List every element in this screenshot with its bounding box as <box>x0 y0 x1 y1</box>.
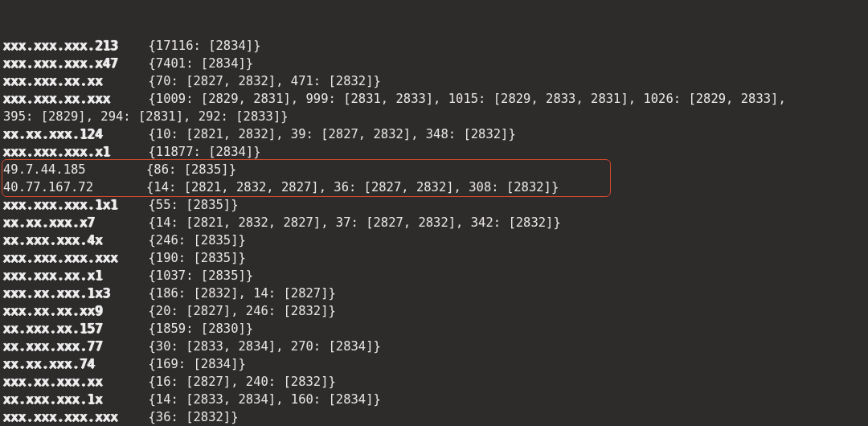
log-line: xx.xxx.xxx.77 {30: [2833, 2834], 270: [2… <box>3 338 865 355</box>
log-line: 395: [2829], 294: [2831], 292: [2833]} <box>3 108 865 125</box>
log-ip-redacted: xxx.xxx.xxx.x47 <box>3 55 126 72</box>
log-line: xx.xxx.xx.157 {1859: [2830]} <box>3 320 865 338</box>
log-payload: {246: [2835]} <box>149 233 246 248</box>
log-line: xxx.xxx.xx.xx {70: [2827, 2832], 471: [2… <box>3 72 865 90</box>
log-line: xx.xxx.xxx.4x {246: [2835]} <box>3 231 865 249</box>
log-payload: {14: [2833, 2834], 160: [2834]} <box>149 392 381 407</box>
log-line: xx.xx.xxx.x7 {14: [2821, 2832, 2827], 37… <box>3 214 865 231</box>
terminal-output: xxx.xxx.xxx.213 {17116: [2834]}xxx.xxx.x… <box>0 0 868 426</box>
log-ip: 49.7.44.185 <box>3 161 124 178</box>
log-line: xxx.xxx.xxx.1x1 {55: [2835]} <box>3 196 865 214</box>
log-line: xxx.xxx.xxx.x1 {11877: [2834]} <box>3 143 865 161</box>
log-line: xxx.xxx.xxx.x47 {7401: [2834]} <box>3 55 865 72</box>
log-ip-redacted: xx.xxx.xxx.77 <box>3 338 126 355</box>
log-line: xxx.xxx.xx.x1 {1037: [2835]} <box>3 267 865 285</box>
log-ip-redacted: xxx.xx.xx.xx9 <box>3 302 126 320</box>
log-payload: {1009: [2829, 2831], 999: [2831, 2833], … <box>149 92 786 106</box>
log-ip: 40.77.167.72 <box>3 178 124 196</box>
log-ip-redacted: xxx.xxx.xxx.xxx <box>3 408 126 426</box>
log-line: xxx.xxx.xxx.xxx {190: [2835]} <box>3 249 865 267</box>
log-payload: {70: [2827, 2832], 471: [2832]} <box>149 74 381 88</box>
log-lines: xxx.xxx.xxx.213 {17116: [2834]}xxx.xxx.x… <box>3 37 865 426</box>
log-ip-redacted: xxx.xxx.xx.xxx <box>3 90 126 108</box>
log-payload: 395: [2829], 294: [2831], 292: [2833]} <box>3 109 289 124</box>
log-line: xx.xxx.xxx.1x {14: [2833, 2834], 160: [2… <box>3 391 865 408</box>
log-ip-redacted: xx.xx.xxx.x7 <box>3 214 126 231</box>
log-payload: {190: [2835]} <box>149 251 246 265</box>
log-ip-redacted: xxx.xxx.xxx.x1 <box>3 143 126 161</box>
log-payload: {169: [2834]} <box>149 357 246 371</box>
log-payload: {17116: [2834]} <box>149 39 261 53</box>
log-line: 49.7.44.185 {86: [2835]} <box>3 161 865 178</box>
log-ip-redacted: xxx.xxx.xx.xx <box>3 72 126 90</box>
log-payload: {14: [2821, 2832, 2827], 37: [2827, 2832… <box>149 215 561 230</box>
log-line: xx.xx.xxx.124 {10: [2821, 2832], 39: [28… <box>3 125 865 143</box>
log-ip-redacted: xxx.xxx.xxx.1x1 <box>3 196 126 214</box>
log-ip-redacted: xx.xxx.xx.157 <box>3 320 126 338</box>
log-line: xxx.xxx.xxx.213 {17116: [2834]} <box>3 37 865 55</box>
log-line: xxx.xx.xxx.xx {16: [2827], 240: [2832]} <box>3 373 865 391</box>
log-payload: {36: [2832]} <box>149 410 239 424</box>
log-ip-redacted: xxx.xxx.xxx.xxx <box>3 249 126 267</box>
log-ip-redacted: xxx.xx.xxx.1x3 <box>3 285 126 302</box>
log-line: 40.77.167.72 {14: [2821, 2832, 2827], 36… <box>3 178 865 196</box>
log-payload: {1037: [2835]} <box>149 268 254 283</box>
log-ip-redacted: xxx.xxx.xx.x1 <box>3 267 126 285</box>
log-payload: {30: [2833, 2834], 270: [2834]} <box>149 339 381 354</box>
log-payload: {55: [2835]} <box>149 198 239 212</box>
log-ip-redacted: xxx.xxx.xxx.213 <box>3 37 126 55</box>
log-ip-redacted: xxx.xx.xxx.xx <box>3 373 126 391</box>
log-payload: {7401: [2834]} <box>149 56 254 71</box>
log-payload: {16: [2827], 240: [2832]} <box>149 375 336 389</box>
log-line: xx.xx.xxx.74 {169: [2834]} <box>3 355 865 373</box>
log-ip-redacted: xx.xx.xxx.124 <box>3 125 126 143</box>
log-line: xxx.xxx.xxx.xxx {36: [2832]} <box>3 408 865 426</box>
log-payload: {186: [2832], 14: [2827]} <box>149 286 336 301</box>
log-line: xxx.xx.xx.xx9 {20: [2827], 246: [2832]} <box>3 302 865 320</box>
log-payload: {20: [2827], 246: [2832]} <box>149 304 336 318</box>
log-payload: {86: [2835]} <box>146 162 236 177</box>
log-payload: {11877: [2834]} <box>149 145 261 159</box>
log-line: xxx.xxx.xx.xxx {1009: [2829, 2831], 999:… <box>3 90 865 108</box>
log-ip-redacted: xx.xxx.xxx.4x <box>3 231 126 249</box>
log-ip-redacted: xx.xxx.xxx.1x <box>3 391 126 408</box>
log-line: xxx.xx.xxx.1x3 {186: [2832], 14: [2827]} <box>3 285 865 302</box>
log-payload: {14: [2821, 2832, 2827], 36: [2827, 2832… <box>146 180 559 195</box>
log-payload: {1859: [2830]} <box>149 322 254 336</box>
log-ip-redacted: xx.xx.xxx.74 <box>3 355 126 373</box>
log-payload: {10: [2821, 2832], 39: [2827, 2832], 348… <box>149 127 516 141</box>
